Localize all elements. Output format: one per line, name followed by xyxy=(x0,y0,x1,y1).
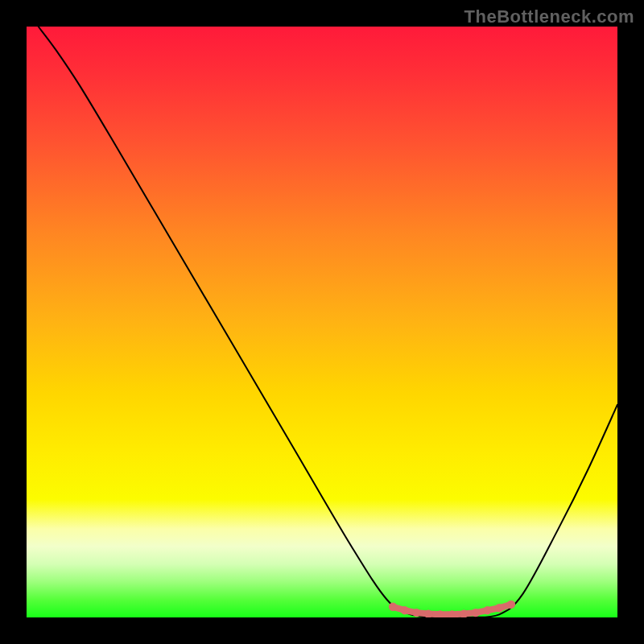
plot-area xyxy=(27,27,617,617)
highlight-marker xyxy=(495,604,503,612)
highlight-marker xyxy=(472,609,480,617)
highlight-marker xyxy=(507,601,515,609)
highlight-marker xyxy=(483,606,491,614)
watermark-text: TheBottleneck.com xyxy=(464,6,634,27)
chart-svg xyxy=(27,27,617,617)
highlight-marker xyxy=(401,606,409,614)
highlight-marker xyxy=(412,609,420,617)
bottleneck-curve-line xyxy=(39,27,617,617)
highlight-marker xyxy=(389,603,397,611)
